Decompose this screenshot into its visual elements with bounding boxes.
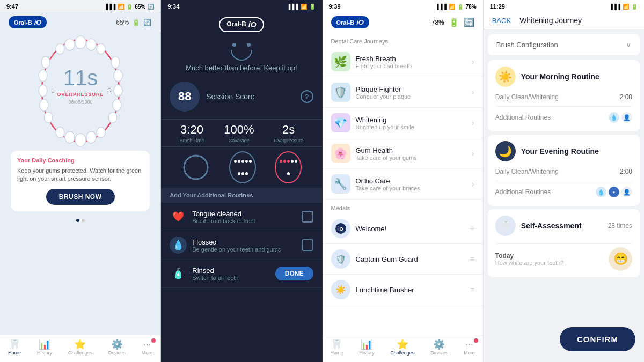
journey-gum-health[interactable]: 🌸 Gum Health Take care of your gums › — [323, 138, 483, 169]
devices-icon-1: ⚙️ — [111, 339, 123, 349]
menu-icon-3: ≡ — [470, 285, 474, 294]
morning-daily-row: Daily Clean/Whitening 2:00 — [495, 91, 632, 103]
more-badge-3 — [474, 338, 478, 343]
smiley-mouth — [231, 50, 252, 61]
brush-config-section: Brush Configuration ∨ — [488, 34, 640, 56]
svg-text:OVERPRESSURE: OVERPRESSURE — [57, 92, 104, 97]
status-bar-2: 9:34 ▐▐▐ 📶 🔋 — [161, 0, 321, 12]
nav-devices-3[interactable]: ⚙️ Devices — [430, 339, 448, 356]
journeys-content: Dental Care Journeys 🌿 Fresh Breath Figh… — [323, 33, 483, 335]
nav-more-1[interactable]: ··· More — [142, 339, 153, 356]
more-badge-1 — [151, 338, 156, 343]
svg-text:R: R — [107, 87, 112, 94]
pressure-dot — [283, 160, 286, 163]
routine-rinse: 🧴 Rinsed Switch to all teeth DONE — [161, 260, 321, 288]
coaching-section: Your Daily Coaching Keep your gums prote… — [11, 151, 150, 211]
nav-history-1[interactable]: 📊 History — [37, 339, 52, 356]
routine-tongue-text: Tongue cleaned Brush from back to front — [192, 210, 296, 224]
journey-fresh-breath[interactable]: 🌿 Fresh Breath Fight your bad breath › — [323, 47, 483, 77]
dot-2 — [82, 219, 85, 222]
panel-session: 9:34 ▐▐▐ 📶 🔋 Oral-B iO Much better than … — [161, 0, 322, 362]
score-row: 88 Session Score ? — [161, 77, 321, 116]
teeth-thumbnail: 😁 — [609, 247, 632, 271]
rinse-icon: 🧴 — [170, 265, 187, 282]
morning-routine-title: Your Morning Routine — [521, 72, 599, 81]
svg-point-11 — [111, 56, 120, 68]
floss-checkbox[interactable] — [302, 239, 313, 251]
signal-icon-3: ▐▐▐ — [435, 4, 446, 10]
medal-lunchtime: ☀️ Lunchtime Brusher ≡ — [323, 275, 483, 305]
confirm-button[interactable]: CONFIRM — [560, 327, 635, 351]
panel-whitening-journey: 11:29 ▐▐▐ 📶 🔋 BACK Whitening Journey Bru… — [484, 0, 644, 362]
nav-more-3[interactable]: ··· More — [464, 339, 475, 356]
routine-rinse-text: Rinsed Switch to all teeth — [192, 267, 270, 281]
status-icons-2: ▐▐▐ 📶 🔋 — [287, 4, 315, 10]
nav-more-label-1: More — [142, 350, 153, 356]
overpressure-oval — [275, 151, 302, 183]
panel-4-content: Brush Configuration ∨ ☀️ Your Morning Ro… — [484, 29, 644, 362]
session-score-label: Session Score — [206, 92, 300, 101]
tooth-dot — [245, 160, 248, 163]
status-icons-4: ▐▐▐ 📶 🔋 — [609, 4, 638, 10]
pressure-dot-normal — [295, 160, 297, 163]
smiley-eye-left — [232, 43, 236, 47]
help-icon[interactable]: ? — [301, 90, 313, 103]
tongue-checkbox[interactable] — [302, 211, 313, 223]
oralb-logo-2: Oral-B iO — [219, 17, 264, 32]
journey-whitening[interactable]: 💎 Whitening Brighten up your smile › — [323, 108, 483, 138]
nav-home-1[interactable]: 🦷 Home — [8, 339, 21, 356]
svg-point-18 — [65, 131, 75, 143]
journey-ortho-care[interactable]: 🔧 Ortho Care Take care of your braces › — [323, 169, 483, 200]
fresh-breath-icon: 🌿 — [331, 52, 350, 71]
header-3: Oral-B iO 78% 🔋 🔄 — [323, 12, 483, 33]
svg-point-16 — [56, 127, 64, 138]
header-2: Oral-B iO — [161, 12, 321, 38]
tooth-dot — [245, 172, 248, 175]
evening-icon-1: 💧 — [596, 187, 606, 197]
journey-plaque-fighter[interactable]: 🛡️ Plaque Fighter Conquer your plaque › — [323, 77, 483, 108]
config-header[interactable]: Brush Configuration ∨ — [488, 34, 640, 56]
tooth-dot — [241, 172, 244, 175]
svg-point-1 — [75, 36, 86, 49]
nav-challenges-1[interactable]: ⭐ Challenges — [68, 339, 92, 356]
nav-home-3[interactable]: 🦷 Home — [330, 339, 343, 356]
bottom-spacer — [484, 280, 644, 323]
evening-routine-card: 🌙 Your Evening Routine Daily Clean/White… — [488, 135, 640, 206]
stat-brush-time: 3:20 Brush Time — [180, 123, 204, 143]
expand-icon: ∨ — [626, 40, 631, 49]
time-1: 9:47 — [6, 3, 18, 10]
nav-history-3[interactable]: 📊 History — [359, 339, 374, 356]
home-icon-3: 🦷 — [331, 339, 342, 349]
nav-home-label-1: Home — [8, 350, 21, 356]
floss-icon: 💧 — [170, 237, 187, 254]
morning-routine-card: ☀️ Your Morning Routine Daily Clean/Whit… — [488, 60, 640, 131]
evening-daily-row: Daily Clean/Whitening 2:00 — [495, 166, 632, 178]
oralb-logo-3: Oral-B iO — [331, 16, 369, 28]
ortho-care-icon: 🔧 — [331, 174, 350, 194]
plaque-fighter-icon: 🛡️ — [331, 83, 350, 102]
svg-point-13 — [114, 85, 122, 97]
top-navigation: BACK Whitening Journey — [484, 12, 644, 29]
back-button[interactable]: BACK — [492, 17, 511, 25]
routine-tongue: ❤️ Tongue cleaned Brush from back to fro… — [161, 203, 321, 231]
svg-point-2 — [65, 39, 75, 50]
chevron-3: › — [472, 119, 474, 127]
brush-now-button[interactable]: BRUSH NOW — [46, 189, 115, 205]
battery-icon: 🔋 — [132, 19, 140, 26]
more-icon-3: ··· — [465, 339, 473, 349]
morning-routine-header: ☀️ Your Morning Routine — [495, 67, 632, 87]
nav-devices-1[interactable]: ⚙️ Devices — [108, 339, 126, 356]
smiley-eye-right — [247, 43, 251, 47]
gum-health-text: Gum Health Take care of your gums — [356, 146, 472, 161]
teeth-svg: L R 11s OVERPRESSURE 06/05/2000 — [32, 33, 129, 151]
signal-icon-4: ▐▐▐ — [609, 4, 620, 10]
progress-circle-svg — [182, 153, 210, 181]
nav-challenges-3[interactable]: ⭐ Challenges — [390, 339, 414, 356]
battery-percent-1: 65% — [135, 4, 145, 10]
circle-progress — [181, 151, 211, 183]
signal-icon: ▐▐▐ — [104, 4, 115, 10]
done-button[interactable]: DONE — [275, 267, 313, 280]
ortho-care-text: Ortho Care Take care of your braces — [356, 177, 472, 191]
wifi-icon-2: 📶 — [301, 4, 307, 10]
divider-1 — [495, 106, 632, 107]
